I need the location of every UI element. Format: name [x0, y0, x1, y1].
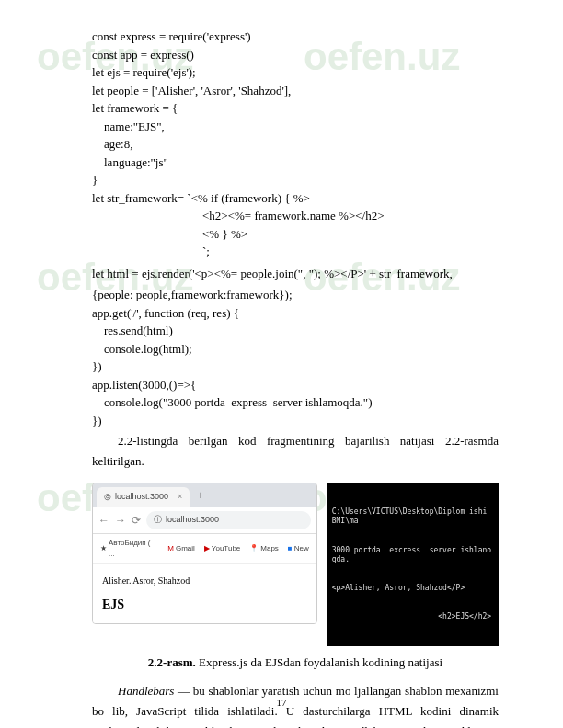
code-line: console.log("3000 portda express server … — [92, 393, 499, 412]
code-line: let framework = { — [92, 99, 499, 118]
code-line: age:8, — [92, 135, 499, 154]
browser-tab: ◎ localhost:3000 × — [97, 487, 190, 507]
code-line: <% } %> — [92, 225, 499, 244]
code-line: let str_framework= `<% if (framework) { … — [92, 189, 499, 208]
code-line: res.send(html) — [92, 322, 499, 340]
bookmarks-bar: ★AвтоБидип ( ... MGmail ▶YouTube 📍Maps ■… — [93, 534, 316, 564]
browser-screenshot: ◎ localhost:3000 × + ← → ⟳ ⓘ localhost:3… — [92, 483, 317, 624]
terminal-line: <p>Alisher, Asror, Shahzod</P> — [332, 584, 493, 593]
terminal-line: C:\Users\VICTUS\Desktop\Diplom ishi BMI\… — [332, 507, 493, 527]
screenshot-row: ◎ localhost:3000 × + ← → ⟳ ⓘ localhost:3… — [92, 483, 499, 646]
url-field: ⓘ localhost:3000 — [146, 511, 311, 529]
page-content: const express = require('express') const… — [0, 0, 563, 728]
code-line: language:"js" — [92, 154, 499, 172]
code-line: console.log(html); — [92, 340, 499, 358]
figure-caption: 2.2-rasm. Express.js da EJSdan foydalani… — [92, 654, 499, 672]
code-line: app.listen(3000,()=>{ — [92, 376, 499, 394]
bookmark-item: MGmail — [167, 538, 195, 560]
terminal-line: <h2>EJS</h2> — [332, 612, 493, 621]
code-line: const app = express() — [92, 46, 499, 64]
code-line: app.get('/', function (req, res) { — [92, 304, 499, 323]
paragraph: Handlebars — bu shablonlar yaratish uchu… — [92, 681, 499, 728]
reload-icon: ⟳ — [132, 512, 141, 529]
bookmark-item: ★AвтоБидип ( ... — [100, 538, 158, 560]
code-line: <h2><%= framework.name %></h2> — [92, 207, 499, 225]
code-line: {people: people,framework:framework}); — [92, 286, 499, 304]
code-line: `; — [92, 243, 499, 261]
page-heading: EJS — [102, 595, 307, 614]
forward-icon: → — [115, 512, 126, 529]
browser-tab-bar: ◎ localhost:3000 × + — [93, 483, 316, 507]
tab-favicon: ◎ — [104, 491, 111, 504]
code-line: }) — [92, 358, 499, 376]
code-line: const express = require('express') — [92, 28, 499, 46]
code-line: let ejs = require('ejs'); — [92, 63, 499, 82]
paragraph: 2.2-listingda berilgan kod fragmentining… — [92, 431, 499, 472]
terminal-screenshot: C:\Users\VICTUS\Desktop\Diplom ishi BMI\… — [327, 483, 499, 646]
code-line: let people = ['Alisher', 'Asror', 'Shahz… — [92, 82, 499, 100]
browser-page-body: Alisher. Asror, Shahzod EJS — [93, 564, 316, 623]
page-text: Alisher. Asror, Shahzod — [102, 574, 307, 587]
url-text: localhost:3000 — [166, 514, 219, 527]
bookmark-item: 📍Maps — [249, 538, 279, 560]
back-icon: ← — [98, 512, 109, 529]
browser-url-bar: ← → ⟳ ⓘ localhost:3000 — [93, 507, 316, 534]
info-icon: ⓘ — [154, 514, 162, 527]
bookmark-item: ▶YouTube — [204, 538, 240, 560]
bookmark-item: ■New — [288, 538, 309, 560]
code-line: } — [92, 171, 499, 189]
code-line: }) — [92, 412, 499, 430]
close-icon: × — [178, 491, 182, 504]
code-line: name:"EJS", — [92, 118, 499, 136]
new-tab-icon: + — [197, 486, 204, 505]
terminal-line: 3000 portda excress server ishlanoqda. — [332, 546, 493, 565]
code-line: let html = ejs.render('<p><%= people.joi… — [92, 265, 499, 283]
tab-title: localhost:3000 — [115, 491, 168, 504]
